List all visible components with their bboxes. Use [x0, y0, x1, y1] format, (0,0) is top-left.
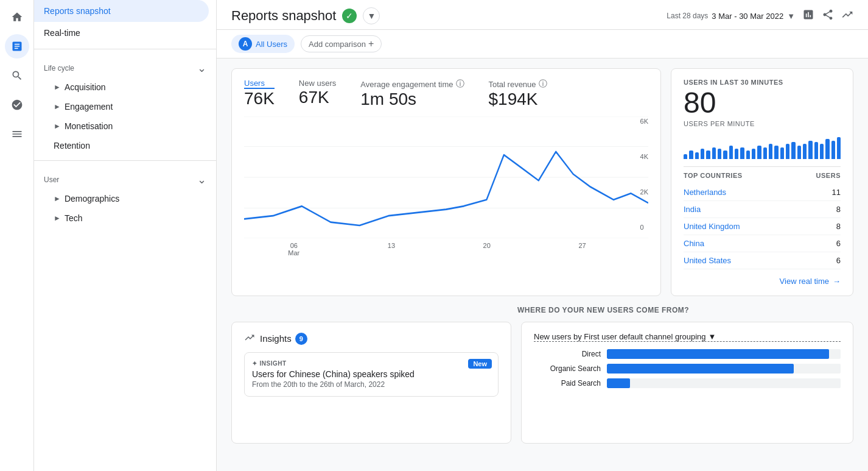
country-row[interactable]: India8	[684, 201, 841, 218]
mini-bar-item	[780, 147, 784, 159]
chart-icon-btn[interactable]	[802, 9, 814, 24]
title-dropdown-btn[interactable]: ▼	[363, 7, 380, 24]
where-subtitle[interactable]: New users by First user default channel …	[534, 332, 841, 342]
sidebar-item-engagement[interactable]: ► Engagement	[34, 97, 216, 116]
mini-bar-item	[746, 151, 750, 159]
channel-bar	[607, 378, 630, 388]
verified-badge-icon: ✓	[342, 9, 357, 23]
date-range-selector[interactable]: Last 28 days 3 Mar - 30 Mar 2022 ▼	[667, 12, 795, 21]
user-chip-avatar: A	[239, 37, 252, 51]
main-content: Reports snapshot ✓ ▼ Last 28 days 3 Mar …	[217, 0, 868, 471]
bottom-row: Insights 9 New ✦ INSIGHT Users for Chine…	[231, 322, 853, 444]
mini-bar-item	[706, 151, 710, 159]
channel-bar-outer	[607, 378, 841, 388]
date-range-label: Last 28 days	[667, 12, 708, 20]
stats-row: Users 76K New users 67K Average engageme…	[244, 79, 648, 109]
x-label-27: 27	[578, 242, 586, 257]
country-count: 6	[836, 256, 841, 265]
insight-label: ✦ INSIGHT	[252, 360, 491, 367]
reports-icon-btn[interactable]	[5, 34, 29, 58]
mini-bar-item	[837, 137, 841, 159]
trending-icon-btn[interactable]	[841, 9, 853, 24]
mini-bar-item	[701, 149, 704, 159]
stat-new-users-value: 67K	[299, 88, 336, 107]
insights-title: Insights 9	[260, 333, 307, 345]
search-icon-btn[interactable]	[5, 63, 29, 88]
sidebar-item-tech[interactable]: ► Tech	[34, 208, 216, 228]
home-icon-btn[interactable]	[5, 5, 29, 29]
sidebar-icon-column	[0, 0, 34, 471]
country-row[interactable]: United Kingdom8	[684, 218, 841, 235]
page-title: Reports snapshot	[231, 8, 336, 24]
sidebar-item-acquisition[interactable]: ► Acquisition	[34, 77, 216, 97]
stat-new-users: New users 67K	[299, 79, 336, 109]
x-label-13: 13	[388, 242, 395, 257]
main-stats-card: Users 76K New users 67K Average engageme…	[231, 68, 661, 296]
sidebar-nav: Reports snapshot Real-time Life cycle ⌄ …	[34, 0, 216, 471]
mini-bar-item	[695, 152, 699, 159]
view-realtime-btn[interactable]: View real time →	[684, 277, 841, 286]
mini-bar-item	[723, 151, 727, 159]
configure-icon-btn[interactable]	[5, 122, 29, 146]
add-comparison-btn[interactable]: Add comparison +	[301, 35, 382, 52]
sidebar: Reports snapshot Real-time Life cycle ⌄ …	[34, 0, 217, 471]
mini-bar-item	[769, 144, 772, 159]
topbar-action-icons	[802, 9, 853, 24]
country-row[interactable]: United States6	[684, 252, 841, 269]
mini-bar-item	[825, 139, 829, 159]
mini-bar-item	[763, 147, 767, 159]
where-card: New users by First user default channel …	[521, 322, 853, 444]
stat-users-value: 76K	[244, 89, 275, 108]
channel-bar	[607, 364, 794, 374]
insight-item: New ✦ INSIGHT Users for Chinese (China) …	[244, 352, 499, 397]
x-label-06: 06 Mar	[288, 242, 299, 257]
all-users-chip[interactable]: A All Users	[231, 35, 295, 53]
line-chart-svg	[244, 116, 648, 238]
lifecycle-chevron-icon: ⌄	[197, 62, 206, 75]
channel-label: Paid Search	[534, 379, 601, 388]
users-col-label: USERS	[816, 172, 841, 179]
sidebar-item-reports-snapshot[interactable]: Reports snapshot	[34, 0, 209, 22]
realtime-bar-chart	[684, 135, 841, 159]
country-name[interactable]: United States	[684, 256, 731, 265]
country-count: 8	[836, 205, 841, 214]
mini-bar-item	[786, 144, 789, 159]
country-name[interactable]: India	[684, 205, 701, 214]
share-icon-btn[interactable]	[822, 9, 834, 24]
dropdown-icon: ▼	[709, 332, 716, 341]
country-name[interactable]: China	[684, 239, 704, 248]
where-header: New users by First user default channel …	[534, 332, 841, 342]
sidebar-item-demographics[interactable]: ► Demographics	[34, 189, 216, 208]
sidebar-item-retention[interactable]: Retention	[34, 136, 216, 155]
where-section-title: WHERE DO YOUR NEW USERS COME FROM?	[517, 306, 853, 314]
channel-bar-outer	[607, 364, 841, 374]
x-axis-labels: 06 Mar 13 20 27	[244, 238, 648, 257]
mini-bar-item	[740, 147, 744, 159]
channel-bar	[607, 349, 829, 359]
channel-label: Direct	[534, 350, 601, 358]
country-row[interactable]: China6	[684, 235, 841, 252]
insight-subtitle-text: From the 20th to the 26th of March, 2022	[252, 380, 491, 389]
country-name[interactable]: United Kingdom	[684, 222, 740, 231]
country-row[interactable]: Netherlands11	[684, 184, 841, 201]
sidebar-item-realtime[interactable]: Real-time	[34, 22, 216, 44]
channel-row: Direct	[534, 349, 841, 359]
user-section-header[interactable]: User ⌄	[34, 166, 216, 189]
sidebar-item-monetisation[interactable]: ► Monetisation	[34, 116, 216, 136]
stat-engagement: Average engagement time ⓘ 1m 50s	[360, 79, 464, 109]
info-icon: ⓘ	[456, 79, 464, 90]
realtime-count: 80	[684, 88, 841, 118]
y-axis-labels: 6K 4K 2K 0	[640, 116, 648, 232]
channel-label: Organic Search	[534, 364, 601, 373]
mini-bar-item	[791, 142, 795, 159]
users-last-label: USERS IN LAST 30 MINUTES	[684, 79, 841, 86]
advertising-icon-btn[interactable]	[5, 93, 29, 117]
sub-topbar: A All Users Add comparison +	[217, 30, 868, 58]
stat-users-label: Users	[244, 79, 275, 89]
lifecycle-section-header[interactable]: Life cycle ⌄	[34, 54, 216, 77]
chart-area: 6K 4K 2K 0 06 Mar 13	[244, 116, 648, 257]
country-name[interactable]: Netherlands	[684, 188, 726, 197]
countries-list: Netherlands11India8United Kingdom8China6…	[684, 184, 841, 269]
insight-title-text: Users for Chinese (China) speakers spike…	[252, 369, 491, 379]
date-dropdown-icon: ▼	[787, 12, 795, 21]
